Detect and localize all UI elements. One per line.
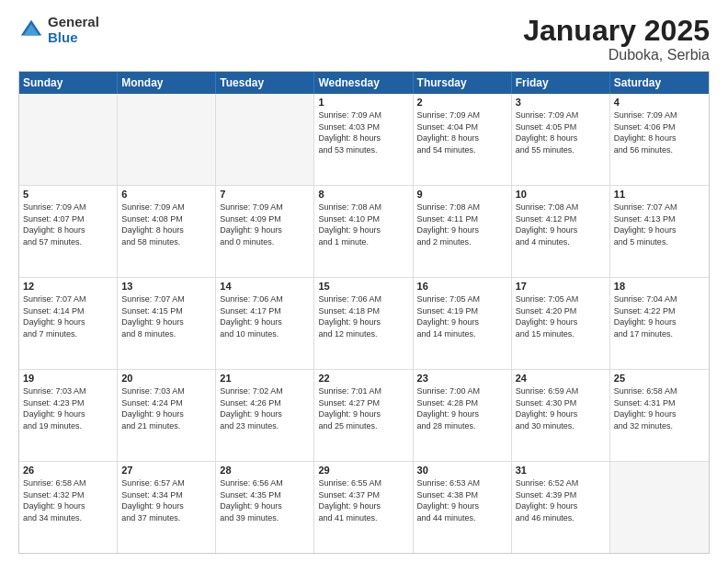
day-info: Sunrise: 6:56 AM Sunset: 4:35 PM Dayligh…	[220, 477, 310, 523]
day-number: 29	[318, 465, 408, 476]
day-info: Sunrise: 7:01 AM Sunset: 4:27 PM Dayligh…	[318, 385, 408, 431]
day-number: 11	[614, 189, 705, 200]
day-info: Sunrise: 6:58 AM Sunset: 4:31 PM Dayligh…	[614, 385, 705, 431]
day-info: Sunrise: 7:07 AM Sunset: 4:13 PM Dayligh…	[614, 201, 705, 247]
day-cell-23: 23Sunrise: 7:00 AM Sunset: 4:28 PM Dayli…	[414, 370, 512, 461]
day-cell-17: 17Sunrise: 7:05 AM Sunset: 4:20 PM Dayli…	[512, 278, 610, 369]
week-row-4: 19Sunrise: 7:03 AM Sunset: 4:23 PM Dayli…	[19, 370, 709, 462]
day-cell-empty	[118, 94, 216, 185]
day-info: Sunrise: 6:53 AM Sunset: 4:38 PM Dayligh…	[417, 477, 507, 523]
day-info: Sunrise: 7:00 AM Sunset: 4:28 PM Dayligh…	[417, 385, 507, 431]
calendar: SundayMondayTuesdayWednesdayThursdayFrid…	[18, 71, 710, 554]
day-cell-11: 11Sunrise: 7:07 AM Sunset: 4:13 PM Dayli…	[610, 186, 709, 277]
day-info: Sunrise: 7:05 AM Sunset: 4:19 PM Dayligh…	[417, 293, 507, 339]
day-info: Sunrise: 7:09 AM Sunset: 4:06 PM Dayligh…	[614, 109, 705, 155]
day-number: 27	[121, 465, 211, 476]
day-cell-8: 8Sunrise: 7:08 AM Sunset: 4:10 PM Daylig…	[314, 186, 413, 277]
day-cell-29: 29Sunrise: 6:55 AM Sunset: 4:37 PM Dayli…	[314, 462, 413, 553]
page: General Blue January 2025 Duboka, Serbia…	[0, 0, 728, 563]
day-number: 24	[516, 373, 606, 384]
day-info: Sunrise: 7:06 AM Sunset: 4:17 PM Dayligh…	[220, 293, 310, 339]
day-info: Sunrise: 6:55 AM Sunset: 4:37 PM Dayligh…	[318, 477, 408, 523]
day-number: 4	[614, 97, 705, 108]
day-info: Sunrise: 6:57 AM Sunset: 4:34 PM Dayligh…	[121, 477, 211, 523]
day-number: 3	[516, 97, 606, 108]
week-row-5: 26Sunrise: 6:58 AM Sunset: 4:32 PM Dayli…	[19, 462, 709, 553]
week-row-2: 5Sunrise: 7:09 AM Sunset: 4:07 PM Daylig…	[19, 186, 709, 278]
day-info: Sunrise: 7:09 AM Sunset: 4:07 PM Dayligh…	[23, 201, 113, 247]
week-row-1: 1Sunrise: 7:09 AM Sunset: 4:03 PM Daylig…	[19, 94, 709, 186]
day-cell-13: 13Sunrise: 7:07 AM Sunset: 4:15 PM Dayli…	[118, 278, 216, 369]
day-cell-12: 12Sunrise: 7:07 AM Sunset: 4:14 PM Dayli…	[19, 278, 118, 369]
day-cell-7: 7Sunrise: 7:09 AM Sunset: 4:09 PM Daylig…	[216, 186, 314, 277]
calendar-header-row: SundayMondayTuesdayWednesdayThursdayFrid…	[19, 72, 709, 94]
day-info: Sunrise: 7:09 AM Sunset: 4:08 PM Dayligh…	[121, 201, 211, 247]
day-number: 7	[220, 189, 310, 200]
day-info: Sunrise: 6:58 AM Sunset: 4:32 PM Dayligh…	[23, 477, 113, 523]
day-info: Sunrise: 7:07 AM Sunset: 4:14 PM Dayligh…	[23, 293, 113, 339]
day-cell-26: 26Sunrise: 6:58 AM Sunset: 4:32 PM Dayli…	[19, 462, 118, 553]
day-cell-21: 21Sunrise: 7:02 AM Sunset: 4:26 PM Dayli…	[216, 370, 314, 461]
day-cell-30: 30Sunrise: 6:53 AM Sunset: 4:38 PM Dayli…	[414, 462, 512, 553]
day-cell-5: 5Sunrise: 7:09 AM Sunset: 4:07 PM Daylig…	[19, 186, 118, 277]
day-info: Sunrise: 7:07 AM Sunset: 4:15 PM Dayligh…	[121, 293, 211, 339]
day-info: Sunrise: 7:04 AM Sunset: 4:22 PM Dayligh…	[614, 293, 705, 339]
logo-general: General	[48, 15, 99, 30]
header-cell-wednesday: Wednesday	[314, 72, 413, 94]
day-cell-14: 14Sunrise: 7:06 AM Sunset: 4:17 PM Dayli…	[216, 278, 314, 369]
day-number: 16	[417, 281, 507, 292]
title-block: January 2025 Duboka, Serbia	[523, 15, 710, 63]
day-number: 28	[220, 465, 310, 476]
logo-icon	[18, 17, 44, 43]
day-number: 15	[318, 281, 408, 292]
day-info: Sunrise: 7:08 AM Sunset: 4:12 PM Dayligh…	[516, 201, 606, 247]
header-cell-sunday: Sunday	[19, 72, 118, 94]
day-cell-20: 20Sunrise: 7:03 AM Sunset: 4:24 PM Dayli…	[118, 370, 216, 461]
day-cell-6: 6Sunrise: 7:09 AM Sunset: 4:08 PM Daylig…	[118, 186, 216, 277]
day-cell-10: 10Sunrise: 7:08 AM Sunset: 4:12 PM Dayli…	[512, 186, 610, 277]
day-cell-19: 19Sunrise: 7:03 AM Sunset: 4:23 PM Dayli…	[19, 370, 118, 461]
day-info: Sunrise: 7:02 AM Sunset: 4:26 PM Dayligh…	[220, 385, 310, 431]
day-cell-18: 18Sunrise: 7:04 AM Sunset: 4:22 PM Dayli…	[610, 278, 709, 369]
day-number: 12	[23, 281, 113, 292]
day-cell-empty	[19, 94, 118, 185]
day-number: 2	[417, 97, 507, 108]
day-number: 10	[516, 189, 606, 200]
day-info: Sunrise: 7:03 AM Sunset: 4:24 PM Dayligh…	[121, 385, 211, 431]
header-cell-thursday: Thursday	[414, 72, 512, 94]
day-cell-27: 27Sunrise: 6:57 AM Sunset: 4:34 PM Dayli…	[118, 462, 216, 553]
day-number: 1	[318, 97, 408, 108]
day-number: 19	[23, 373, 113, 384]
week-row-3: 12Sunrise: 7:07 AM Sunset: 4:14 PM Dayli…	[19, 278, 709, 370]
day-number: 23	[417, 373, 507, 384]
day-number: 6	[121, 189, 211, 200]
day-cell-1: 1Sunrise: 7:09 AM Sunset: 4:03 PM Daylig…	[314, 94, 413, 185]
day-info: Sunrise: 7:08 AM Sunset: 4:10 PM Dayligh…	[318, 201, 408, 247]
day-cell-4: 4Sunrise: 7:09 AM Sunset: 4:06 PM Daylig…	[610, 94, 709, 185]
day-cell-24: 24Sunrise: 6:59 AM Sunset: 4:30 PM Dayli…	[512, 370, 610, 461]
day-cell-15: 15Sunrise: 7:06 AM Sunset: 4:18 PM Dayli…	[314, 278, 413, 369]
day-number: 20	[121, 373, 211, 384]
day-info: Sunrise: 6:52 AM Sunset: 4:39 PM Dayligh…	[516, 477, 606, 523]
day-info: Sunrise: 6:59 AM Sunset: 4:30 PM Dayligh…	[516, 385, 606, 431]
day-cell-25: 25Sunrise: 6:58 AM Sunset: 4:31 PM Dayli…	[610, 370, 709, 461]
calendar-body: 1Sunrise: 7:09 AM Sunset: 4:03 PM Daylig…	[19, 94, 709, 553]
day-info: Sunrise: 7:06 AM Sunset: 4:18 PM Dayligh…	[318, 293, 408, 339]
logo-text: General Blue	[48, 15, 99, 45]
day-number: 22	[318, 373, 408, 384]
day-number: 5	[23, 189, 113, 200]
day-number: 21	[220, 373, 310, 384]
day-number: 13	[121, 281, 211, 292]
logo: General Blue	[18, 15, 99, 45]
day-info: Sunrise: 7:03 AM Sunset: 4:23 PM Dayligh…	[23, 385, 113, 431]
day-cell-31: 31Sunrise: 6:52 AM Sunset: 4:39 PM Dayli…	[512, 462, 610, 553]
day-info: Sunrise: 7:09 AM Sunset: 4:09 PM Dayligh…	[220, 201, 310, 247]
logo-blue: Blue	[48, 30, 99, 46]
day-number: 8	[318, 189, 408, 200]
header-cell-saturday: Saturday	[610, 72, 709, 94]
day-number: 30	[417, 465, 507, 476]
day-number: 14	[220, 281, 310, 292]
day-number: 25	[614, 373, 705, 384]
day-info: Sunrise: 7:05 AM Sunset: 4:20 PM Dayligh…	[516, 293, 606, 339]
day-info: Sunrise: 7:09 AM Sunset: 4:03 PM Dayligh…	[318, 109, 408, 155]
